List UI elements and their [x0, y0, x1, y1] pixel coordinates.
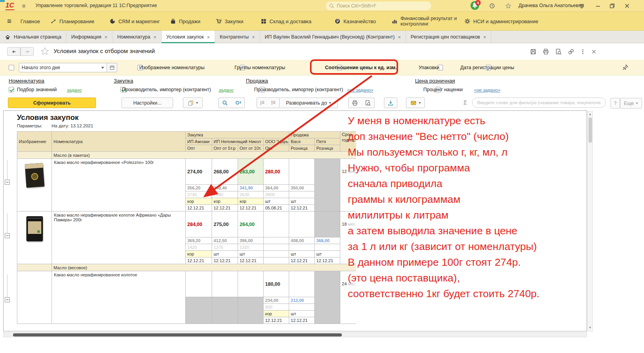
group-row[interactable]: Масло (весовое) [17, 264, 358, 271]
alt-price-cell[interactable]: 212,00 [289, 297, 315, 304]
price-cell-empty[interactable] [289, 159, 315, 185]
ribbon-item-nsi[interactable]: НСИ и администрирование [464, 12, 538, 31]
find-icon[interactable] [218, 97, 232, 108]
pin-icon[interactable] [622, 64, 629, 71]
scroll-up-icon[interactable]: ▲ [589, 113, 592, 116]
tab-kontragenty[interactable]: Контрагенты× [215, 31, 260, 43]
price-cell-empty[interactable] [289, 271, 315, 297]
ribbon-item-kaznacheystvo[interactable]: Казначейство [334, 12, 376, 31]
unit-cell[interactable]: кор [186, 198, 212, 205]
toolbar-preview-icon[interactable] [361, 97, 375, 108]
price-cell-empty[interactable] [186, 271, 212, 297]
save-icon[interactable] [528, 47, 538, 56]
collapse-group-button[interactable] [5, 233, 10, 238]
date-cell[interactable]: 12.12.21 [186, 205, 212, 211]
calendar-button[interactable] [107, 63, 117, 72]
unit-cell[interactable]: шт [289, 311, 315, 317]
notifications-button[interactable]: 4 [471, 1, 480, 11]
unit-price-cell[interactable]: 2630 [238, 191, 264, 198]
ribbon-item-crm[interactable]: CRM и маркетинг [109, 12, 160, 31]
alt-price-cell[interactable] [264, 237, 289, 244]
tab-informaciya[interactable]: Информация× [66, 31, 113, 43]
pricetype-cell[interactable]: Розница [315, 145, 340, 152]
pricetype-cell[interactable]: Опт [186, 145, 212, 152]
date-cell[interactable]: 05.08.21 [264, 205, 289, 211]
unit-cell[interactable]: кор [264, 311, 289, 317]
find-next-icon[interactable] [231, 97, 245, 108]
sale-producer-status-link[interactable]: <не задано> [347, 88, 373, 92]
report-variants-button[interactable] [183, 97, 203, 108]
get-link-icon[interactable] [566, 47, 576, 56]
unit-cell[interactable]: кор [186, 251, 212, 257]
history-icon[interactable] [489, 3, 495, 9]
unit-cell[interactable] [264, 251, 289, 257]
col-group-zakupka[interactable]: Закупка [186, 132, 289, 138]
product-name[interactable]: Какао масло нерафинированое колотое Афри… [52, 211, 186, 264]
favorites-star-icon[interactable] [505, 3, 511, 9]
col-group-prodazha[interactable]: Продажа [289, 132, 340, 138]
unit-price-cell[interactable] [315, 244, 340, 251]
sections-menu-icon[interactable]: ≡ [7, 12, 11, 31]
price-cell-empty[interactable] [264, 211, 289, 237]
date-cell[interactable]: 12.12.21 [212, 205, 238, 211]
tab-usloviya-zakupok[interactable]: Условия закупок× [162, 31, 215, 43]
alt-price-cell[interactable]: 412,50 [212, 237, 238, 244]
supplier-cell[interactable]: ООО "Царь [264, 138, 289, 145]
unit-price-cell[interactable] [289, 191, 315, 198]
date-cell[interactable]: 12.12.21 [264, 317, 289, 324]
product-name[interactable]: Какао масло нерафинированное «Polezzno» … [52, 159, 186, 211]
unit-price-cell[interactable]: 2800 [264, 191, 289, 198]
settings-button[interactable]: Настройки... [122, 97, 173, 108]
unit-price-cell[interactable]: 1320 [238, 244, 264, 251]
close-tab-icon[interactable]: × [153, 34, 157, 40]
tab-registraciya-cen[interactable]: Регистрация цен поставщиков× [406, 31, 491, 43]
tab-nomenklatura[interactable]: Номенклатура× [113, 31, 161, 43]
table-row[interactable]: Какао масло нерафинированное «Polezzno» … [17, 159, 358, 185]
unit-price-cell[interactable]: 2740 [186, 191, 212, 198]
price-cell[interactable]: 268,00 [212, 159, 238, 185]
price-cell-empty[interactable] [212, 271, 238, 297]
purchase-producer-status-link[interactable]: задано [219, 88, 234, 92]
price-cell-empty[interactable] [289, 211, 315, 237]
price-cell[interactable]: 275,00 [212, 211, 238, 237]
supplier-cell[interactable]: Петя [315, 138, 340, 145]
send-mail-icon[interactable] [406, 97, 425, 108]
date-cell[interactable]: 12.12.21 [238, 205, 264, 211]
supplier-cell[interactable]: ИП Ажнаки [186, 138, 212, 145]
save-result-icon[interactable] [384, 97, 397, 108]
table-row[interactable]: Какао масло нерафинированое колотое Афри… [17, 211, 358, 237]
nav-forward-button[interactable] [20, 47, 34, 56]
unit-cell[interactable]: шт [264, 198, 289, 205]
unit-cell[interactable]: шт [238, 251, 264, 257]
pricetype-cell[interactable]: Опт от 5т.р [212, 145, 238, 152]
preview-icon[interactable] [553, 47, 563, 56]
pricetype-cell[interactable]: Розница [289, 145, 315, 152]
pricetype-cell[interactable]: Опт [264, 145, 289, 152]
alt-price-cell[interactable]: 341,90 [238, 185, 264, 191]
alt-price-cell[interactable]: 369,20 [186, 237, 212, 244]
vertical-scroll-thumb[interactable] [589, 118, 592, 143]
close-tab-icon[interactable]: × [398, 34, 401, 40]
main-menu-icon[interactable]: ≡ [22, 2, 26, 9]
ribbon-item-glavnoe[interactable]: Главное [20, 12, 40, 31]
alt-price-cell[interactable]: 368,00 [315, 237, 340, 244]
unit-cell[interactable]: кор [212, 198, 238, 205]
price-cell-best[interactable]: 264,00 [238, 211, 264, 237]
more-menu-icon[interactable] [578, 47, 588, 56]
ribbon-item-zakupki[interactable]: Закупки [216, 12, 243, 31]
help-button[interactable]: ? [611, 98, 620, 108]
date-cell[interactable] [264, 257, 289, 264]
unit-cell[interactable]: шт [315, 251, 340, 257]
close-window-button[interactable] [624, 3, 630, 9]
restore-button[interactable] [609, 3, 615, 9]
alt-price-cell[interactable]: 396,00 [238, 237, 264, 244]
generate-button[interactable]: Сформировать [8, 97, 96, 108]
table-row[interactable]: Какао масло нерафинированное колотое 180… [17, 271, 358, 297]
tab-vaulin[interactable]: ИП Ваулин Василий Геннадьвич (Вкусноед) … [260, 31, 406, 43]
unit-price-cell[interactable] [264, 244, 289, 251]
collapse-group-button[interactable] [5, 180, 10, 185]
alt-price-cell[interactable]: 348,40 [212, 185, 238, 191]
unit-price-cell[interactable]: 2680 [212, 191, 238, 198]
scroll-down-icon[interactable]: ▼ [589, 326, 592, 329]
period-checkbox[interactable] [9, 65, 14, 70]
